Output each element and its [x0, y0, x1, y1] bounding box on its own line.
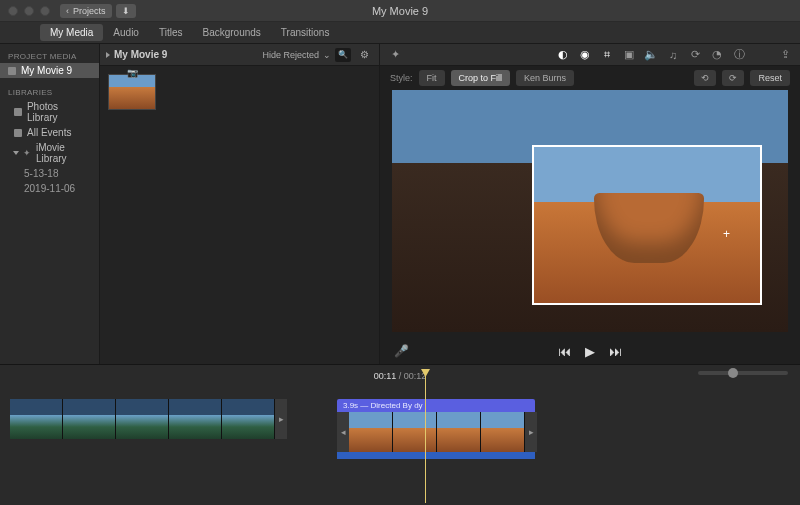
crop-handle-tr[interactable] [752, 145, 762, 155]
traffic-lights [8, 6, 50, 16]
sidebar-project[interactable]: My Movie 9 [0, 63, 99, 78]
info-icon[interactable]: ⓘ [732, 48, 746, 62]
timeline[interactable]: 00:11 / 00:12 ▸ 3.9s — Directed By dy ◂ … [0, 364, 800, 505]
project-media-header: PROJECT MEDIA [0, 50, 99, 63]
tab-audio[interactable]: Audio [103, 24, 149, 41]
share-icon[interactable]: ⇪ [778, 48, 792, 62]
crop-fit-button[interactable]: Fit [419, 70, 445, 86]
voiceover-button[interactable]: 🎤 [394, 344, 409, 358]
clip-frame [437, 412, 481, 452]
sidebar-all-events[interactable]: All Events [0, 125, 99, 140]
color-correction-icon[interactable]: ◉ [578, 48, 592, 62]
crop-handle-br[interactable] [752, 295, 762, 305]
rotate-left-button[interactable]: ⟲ [694, 70, 716, 86]
clip-frame [169, 399, 222, 439]
filter-dropdown[interactable]: Hide Rejected⌄ [262, 50, 331, 60]
nav-back-projects[interactable]: ‹Projects [60, 4, 112, 18]
crop-style-bar: Style: Fit Crop to Fill Ken Burns ⟲ ⟳ Re… [380, 66, 800, 90]
disclosure-triangle-icon[interactable] [13, 151, 19, 155]
browser-settings-button[interactable]: ⚙ [355, 46, 373, 64]
clip-title-bar[interactable]: 3.9s — Directed By dy [337, 399, 535, 412]
adjustments-toolbar: ✦ ◐ ◉ ⌗ ▣ 🔈 ♫ ⟳ ◔ ⓘ ⇪ [380, 44, 800, 66]
star-icon: ✦ [23, 148, 31, 158]
events-icon [14, 129, 22, 137]
timecode: 00:11 / 00:12 [374, 371, 427, 381]
camera-icon: 📷 [127, 68, 138, 78]
tab-transitions[interactable]: Transitions [271, 24, 340, 41]
zoom-window-button[interactable] [40, 6, 50, 16]
speed-icon[interactable]: ⟳ [688, 48, 702, 62]
viewer-panel: ✦ ◐ ◉ ⌗ ▣ 🔈 ♫ ⟳ ◔ ⓘ ⇪ Style: Fit Crop to… [380, 44, 800, 364]
reset-crop-button[interactable]: Reset [750, 70, 790, 86]
film-icon [8, 67, 16, 75]
libraries-header: LIBRARIES [0, 86, 99, 99]
prev-frame-button[interactable]: ⏮ [558, 344, 571, 359]
clip-frame [349, 412, 393, 452]
clip-frame [222, 399, 275, 439]
minimize-window-button[interactable] [24, 6, 34, 16]
volume-icon[interactable]: 🔈 [644, 48, 658, 62]
playback-bar: 🎤 ⏮ ▶ ⏭ [380, 338, 800, 364]
sidebar-photos-library[interactable]: Photos Library [0, 99, 99, 125]
sidebar-event-1[interactable]: 5-13-18 [0, 166, 99, 181]
import-arrow-icon: ⬇︎ [122, 6, 130, 16]
import-media-button[interactable]: ⬇︎ [116, 4, 136, 18]
enhance-icon[interactable]: ✦ [388, 48, 402, 62]
crop-handle-bl[interactable] [532, 295, 542, 305]
clip-frame [116, 399, 169, 439]
playhead[interactable] [425, 373, 426, 503]
noise-reduction-icon[interactable]: ♫ [666, 48, 680, 62]
preview-image-content [594, 193, 704, 263]
media-thumbnail[interactable]: 📷 [108, 74, 156, 110]
sidebar-imovie-library[interactable]: ✦iMovie Library [0, 140, 99, 166]
tab-my-media[interactable]: My Media [40, 24, 103, 41]
clip-frame [393, 412, 437, 452]
timeline-clip-2[interactable]: ◂ ▸ [337, 412, 537, 452]
clip-filter-icon[interactable]: ◔ [710, 48, 724, 62]
timeline-clip-1[interactable]: ▸ [10, 399, 287, 439]
chevron-left-icon: ‹ [66, 6, 69, 16]
sidebar-event-2[interactable]: 2019-11-06 [0, 181, 99, 196]
photos-icon [14, 108, 22, 116]
media-browser: My Movie 9 Hide Rejected⌄ 🔍 ⚙ 📷 [100, 44, 380, 364]
ken-burns-button[interactable]: Ken Burns [516, 70, 574, 86]
tab-titles[interactable]: Titles [149, 24, 193, 41]
zoom-slider-knob[interactable] [728, 368, 738, 378]
crop-center-icon: + [723, 227, 730, 241]
rotate-right-button[interactable]: ⟳ [722, 70, 744, 86]
search-input[interactable]: 🔍 [335, 48, 351, 62]
library-tabs: My Media Audio Titles Backgrounds Transi… [0, 22, 800, 44]
crop-rectangle[interactable]: + [532, 145, 762, 305]
crop-to-fill-button[interactable]: Crop to Fill [451, 70, 511, 86]
clip-frame [481, 412, 525, 452]
close-window-button[interactable] [8, 6, 18, 16]
viewer: + [380, 90, 800, 338]
disclosure-icon[interactable] [106, 52, 110, 58]
color-balance-icon[interactable]: ◐ [556, 48, 570, 62]
tab-backgrounds[interactable]: Backgrounds [192, 24, 270, 41]
window-title: My Movie 9 [372, 5, 428, 17]
stabilization-icon[interactable]: ▣ [622, 48, 636, 62]
style-label: Style: [390, 73, 413, 83]
browser-title: My Movie 9 [114, 49, 167, 60]
crop-icon[interactable]: ⌗ [600, 48, 614, 62]
chevron-down-icon: ⌄ [323, 50, 331, 60]
gear-icon: ⚙ [360, 49, 369, 60]
next-frame-button[interactable]: ⏭ [609, 344, 622, 359]
trim-handle-left[interactable]: ◂ [337, 412, 349, 452]
play-button[interactable]: ▶ [585, 344, 595, 359]
crop-handle-tl[interactable] [532, 145, 542, 155]
trim-handle-right[interactable]: ▸ [525, 412, 537, 452]
clip-frame [63, 399, 116, 439]
preview-canvas[interactable]: + [392, 90, 788, 332]
clip-frame [10, 399, 63, 439]
trim-handle-right[interactable]: ▸ [275, 399, 287, 439]
zoom-slider[interactable] [698, 371, 788, 375]
library-sidebar: PROJECT MEDIA My Movie 9 LIBRARIES Photo… [0, 44, 100, 364]
clip-audio-waveform[interactable] [337, 452, 535, 459]
window-titlebar: ‹Projects ⬇︎ My Movie 9 [0, 0, 800, 22]
search-icon: 🔍 [338, 50, 348, 59]
